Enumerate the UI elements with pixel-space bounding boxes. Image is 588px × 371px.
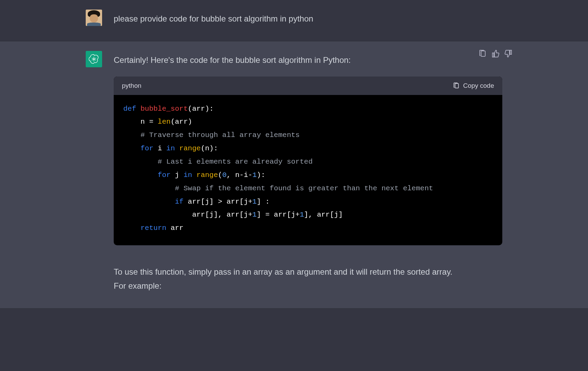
clipboard-icon <box>453 82 460 89</box>
assistant-avatar <box>86 51 102 67</box>
assistant-actions <box>478 50 513 58</box>
code-block: python Copy code def bubble_sort(arr): n… <box>114 77 502 245</box>
assistant-message-inner: Certainly! Here's the code for the bubbl… <box>69 41 519 308</box>
svg-rect-0 <box>455 83 459 88</box>
copy-code-label: Copy code <box>463 81 494 91</box>
user-message-row: please provide code for bubble sort algo… <box>0 0 588 41</box>
copy-code-button[interactable]: Copy code <box>453 81 494 91</box>
assistant-intro-text: Certainly! Here's the code for the bubbl… <box>114 54 502 66</box>
assistant-message-row: Certainly! Here's the code for the bubbl… <box>0 41 588 308</box>
followup-line2: For example: <box>114 279 502 293</box>
assistant-followup: To use this function, simply pass in an … <box>114 265 502 293</box>
thumbs-down-icon[interactable] <box>504 50 513 58</box>
assistant-content: Certainly! Here's the code for the bubbl… <box>114 51 502 293</box>
svg-rect-1 <box>481 51 485 56</box>
clipboard-icon[interactable] <box>478 50 487 58</box>
openai-logo-icon <box>89 54 99 64</box>
followup-line1: To use this function, simply pass in an … <box>114 265 502 279</box>
code-content[interactable]: def bubble_sort(arr): n = len(arr) # Tra… <box>114 95 502 245</box>
user-avatar <box>86 10 102 26</box>
user-message-inner: please provide code for bubble sort algo… <box>69 0 519 41</box>
user-message-text: please provide code for bubble sort algo… <box>114 10 502 26</box>
thumbs-up-icon[interactable] <box>491 50 500 58</box>
code-language-label: python <box>122 81 141 91</box>
code-header: python Copy code <box>114 77 502 95</box>
